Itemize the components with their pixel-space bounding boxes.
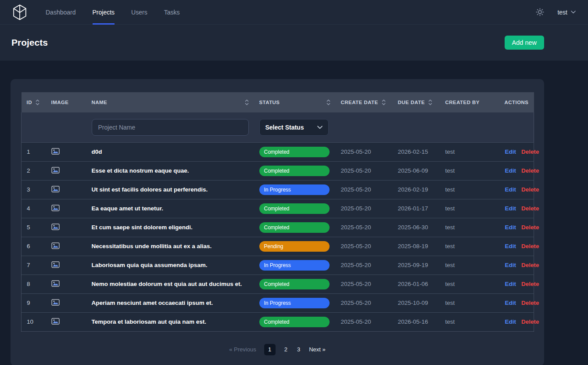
nav-item-projects[interactable]: Projects xyxy=(93,0,115,25)
main-content: ID IMAGE NAME STATUS xyxy=(0,61,588,365)
create-date: 2025-05-20 xyxy=(336,275,393,293)
due-date: 2026-01-17 xyxy=(393,199,440,218)
edit-link[interactable]: Edit xyxy=(505,148,516,155)
table-filter-row: Select Status xyxy=(22,112,534,142)
edit-link[interactable]: Edit xyxy=(505,262,516,268)
column-header-id[interactable]: ID xyxy=(22,92,46,112)
table-row: 2 Esse et dicta nostrum eaque quae. Comp… xyxy=(22,161,534,180)
nav-item-dashboard[interactable]: Dashboard xyxy=(46,0,76,25)
project-name: Ut sint est facilis dolores aut perferen… xyxy=(86,180,254,199)
status-badge: Completed xyxy=(259,203,330,214)
column-header-create-date[interactable]: CREATE DATE xyxy=(336,92,393,112)
delete-link[interactable]: Delete xyxy=(521,262,539,268)
broken-image-icon xyxy=(51,319,60,326)
project-name: Ea eaque amet ut tenetur. xyxy=(86,199,254,218)
due-date: 2026-02-19 xyxy=(393,180,440,199)
pagination-page-2[interactable]: 2 xyxy=(283,346,288,353)
table-row: 10 Tempora et laboriosam aut quia nam es… xyxy=(22,312,534,331)
pagination-page-1[interactable]: 1 xyxy=(264,344,276,355)
main-nav: Dashboard Projects Users Tasks xyxy=(46,0,179,25)
create-date: 2025-05-20 xyxy=(336,180,393,199)
pagination-page-3[interactable]: 3 xyxy=(296,346,301,353)
projects-table: ID IMAGE NAME STATUS xyxy=(21,92,534,332)
delete-link[interactable]: Delete xyxy=(521,281,539,287)
edit-link[interactable]: Edit xyxy=(505,167,516,174)
theme-toggle-sun-icon[interactable] xyxy=(536,8,544,16)
delete-link[interactable]: Delete xyxy=(521,318,539,325)
sort-icon[interactable] xyxy=(326,99,330,105)
nav-item-tasks[interactable]: Tasks xyxy=(164,0,180,25)
user-menu[interactable]: test xyxy=(557,9,576,16)
delete-link[interactable]: Delete xyxy=(521,243,539,249)
created-by: test xyxy=(440,237,500,256)
delete-link[interactable]: Delete xyxy=(521,205,539,212)
edit-link[interactable]: Edit xyxy=(505,318,516,325)
page-title: Projects xyxy=(11,37,48,48)
projects-table-card: ID IMAGE NAME STATUS xyxy=(11,79,544,365)
edit-link[interactable]: Edit xyxy=(505,186,516,193)
column-header-image: IMAGE xyxy=(46,92,86,112)
edit-link[interactable]: Edit xyxy=(505,281,516,287)
project-name: d0d xyxy=(86,142,254,161)
project-id: 2 xyxy=(22,161,46,180)
created-by: test xyxy=(440,180,500,199)
laravel-logo[interactable] xyxy=(12,4,27,20)
delete-link[interactable]: Delete xyxy=(521,148,539,155)
project-name: Nemo molestiae dolorum est quia aut aut … xyxy=(86,275,254,293)
add-new-button[interactable]: Add new xyxy=(505,36,544,50)
table-row: 5 Et cum saepe sint dolorem eligendi. Co… xyxy=(22,218,534,237)
create-date: 2025-05-20 xyxy=(336,218,393,237)
column-header-created-by: CREATED BY xyxy=(440,92,500,112)
created-by: test xyxy=(440,142,500,161)
nav-item-users[interactable]: Users xyxy=(131,0,147,25)
delete-link[interactable]: Delete xyxy=(521,300,539,306)
due-date: 2025-09-19 xyxy=(393,256,440,275)
edit-link[interactable]: Edit xyxy=(505,300,516,306)
status-badge: Completed xyxy=(259,279,330,289)
project-name: Esse et dicta nostrum eaque quae. xyxy=(86,161,254,180)
edit-link[interactable]: Edit xyxy=(505,243,516,249)
table-row: 4 Ea eaque amet ut tenetur. Completed 20… xyxy=(22,199,534,218)
status-filter-select[interactable]: Select Status xyxy=(259,119,329,136)
table-row: 9 Aperiam nesciunt amet occaecati ipsum … xyxy=(22,293,534,312)
delete-link[interactable]: Delete xyxy=(521,224,539,231)
status-badge: Pending xyxy=(259,241,330,252)
table-row: 8 Nemo molestiae dolorum est quia aut au… xyxy=(22,275,534,293)
table-header-row: ID IMAGE NAME STATUS xyxy=(22,92,534,112)
column-header-status[interactable]: STATUS xyxy=(254,92,336,112)
status-badge: Completed xyxy=(259,166,330,176)
status-badge: In Progress xyxy=(259,184,330,195)
project-id: 8 xyxy=(22,275,46,293)
sort-icon[interactable] xyxy=(36,99,39,105)
create-date: 2025-05-20 xyxy=(336,312,393,331)
column-header-name[interactable]: NAME xyxy=(86,92,254,112)
sort-icon[interactable] xyxy=(428,99,432,105)
delete-link[interactable]: Delete xyxy=(521,167,539,174)
created-by: test xyxy=(440,161,500,180)
pagination-previous[interactable]: « Previous xyxy=(229,346,256,353)
status-badge: Completed xyxy=(259,222,330,233)
status-badge: Completed xyxy=(259,317,330,327)
create-date: 2025-05-20 xyxy=(336,161,393,180)
create-date: 2025-05-20 xyxy=(336,256,393,275)
broken-image-icon xyxy=(51,206,60,213)
project-name: Aperiam nesciunt amet occaecati ipsum et… xyxy=(86,293,254,312)
create-date: 2025-05-20 xyxy=(336,199,393,218)
delete-link[interactable]: Delete xyxy=(521,186,539,193)
edit-link[interactable]: Edit xyxy=(505,205,516,212)
status-badge: In Progress xyxy=(259,260,330,271)
broken-image-icon xyxy=(51,225,60,231)
project-name-filter-input[interactable] xyxy=(92,119,249,136)
sort-icon[interactable] xyxy=(382,99,386,105)
project-name: Tempora et laboriosam aut quia nam est. xyxy=(86,312,254,331)
project-id: 5 xyxy=(22,218,46,237)
sort-icon[interactable] xyxy=(245,99,249,105)
column-header-due-date[interactable]: DUE DATE xyxy=(393,92,440,112)
edit-link[interactable]: Edit xyxy=(505,224,516,231)
project-name: Laboriosam quia quia assumenda ipsam. xyxy=(86,256,254,275)
due-date: 2025-10-09 xyxy=(393,293,440,312)
broken-image-icon xyxy=(51,168,60,175)
pagination-next[interactable]: Next » xyxy=(309,346,326,353)
due-date: 2026-05-16 xyxy=(393,312,440,331)
chevron-down-icon xyxy=(571,11,576,14)
